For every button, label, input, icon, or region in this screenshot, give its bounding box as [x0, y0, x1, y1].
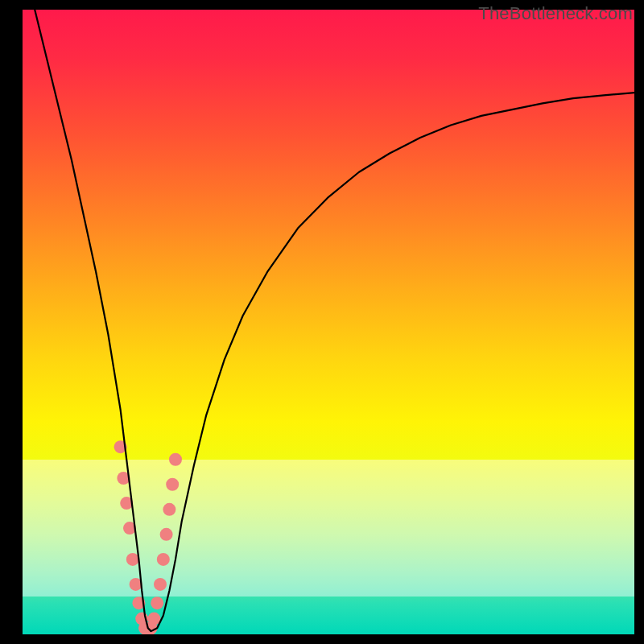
marker-point — [160, 528, 173, 541]
plot-area — [23, 10, 634, 634]
chart-frame: TheBottleneck.com — [0, 0, 644, 644]
marker-point — [166, 478, 179, 491]
marker-group — [114, 440, 182, 634]
marker-point — [154, 578, 167, 591]
marker-point — [157, 553, 170, 566]
marker-point — [169, 453, 182, 466]
marker-point — [151, 597, 163, 609]
marker-point — [163, 503, 175, 516]
curve-svg — [23, 10, 634, 634]
bottleneck-curve — [23, 10, 634, 631]
marker-point — [126, 553, 139, 566]
watermark-text: TheBottleneck.com — [478, 3, 633, 24]
